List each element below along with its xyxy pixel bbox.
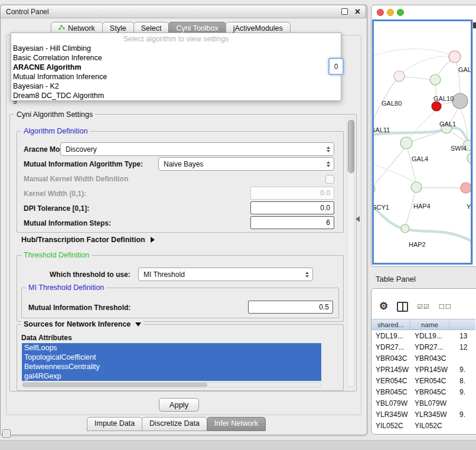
attribute-item-selected[interactable]: BetweennessCentrality bbox=[22, 362, 321, 371]
data-attributes-list: SelfLoops TopologicalCoefficient Between… bbox=[22, 343, 321, 381]
focused-spinner-field[interactable]: 0 bbox=[328, 58, 344, 75]
docked-panel-icon[interactable] bbox=[2, 429, 11, 438]
table-row[interactable]: YLR345W YLR345W 9. bbox=[371, 409, 475, 420]
node-gal80[interactable] bbox=[394, 71, 405, 81]
edge bbox=[374, 49, 452, 56]
node[interactable] bbox=[467, 153, 471, 164]
tab-discretize-data[interactable]: Discretize Data bbox=[142, 417, 207, 431]
network-graph: GAL80 GAL80 GAL10 GAL11 GAL1 SWI4 GAL4 G… bbox=[374, 21, 471, 263]
minimize-traffic-light[interactable] bbox=[387, 9, 394, 16]
scrollbar-thumb[interactable] bbox=[22, 383, 207, 387]
table-row[interactable]: YDR27... YDR27... 12 bbox=[371, 341, 475, 353]
table-row[interactable]: YPR145W YPR145W 9. bbox=[371, 364, 475, 375]
threshold-definition-title: Threshold Definition bbox=[21, 251, 92, 259]
mi-type-select[interactable]: Naive Bayes bbox=[158, 157, 334, 171]
column-header-name[interactable]: name bbox=[410, 319, 449, 330]
cell-shared-name: YDR27... bbox=[371, 343, 410, 351]
network-icon bbox=[58, 24, 65, 33]
node[interactable] bbox=[452, 93, 468, 109]
node-label: GAL10 bbox=[433, 95, 454, 102]
node-label: GAL1 bbox=[439, 120, 456, 128]
algorithm-option[interactable]: Mutual Information Inference bbox=[11, 72, 341, 81]
window-controls bbox=[377, 9, 404, 16]
node[interactable] bbox=[449, 51, 461, 63]
mi-type-label: Mutual Information Algorithm Type: bbox=[24, 159, 143, 169]
algorithm-option[interactable]: Bayesian - Hill Climbing bbox=[11, 44, 341, 53]
node[interactable] bbox=[430, 74, 441, 85]
sources-collapser[interactable]: Sources for Network Inference bbox=[21, 320, 144, 328]
tab-infer-network[interactable]: Infer Network bbox=[207, 417, 266, 431]
table-header: shared... name bbox=[371, 319, 475, 330]
dpi-tolerance-field[interactable]: 0.0 bbox=[250, 201, 334, 214]
column-header-shared-name[interactable]: shared... bbox=[371, 319, 410, 330]
edge bbox=[374, 148, 405, 190]
hub-definition-label: Hub/Transcription Factor Definition bbox=[21, 236, 145, 244]
table-row[interactable]: YBR043C YBR043C bbox=[371, 353, 475, 364]
cell-name: YLR345W bbox=[410, 410, 449, 419]
hub-definition-expander[interactable]: Hub/Transcription Factor Definition bbox=[21, 236, 155, 244]
algorithm-option[interactable]: Dream8 DC_TDC Algorithm bbox=[11, 91, 341, 100]
scrollbar-thumb[interactable] bbox=[348, 120, 354, 173]
settings-vertical-scrollbar[interactable] bbox=[347, 118, 354, 387]
close-icon[interactable]: × bbox=[355, 8, 360, 15]
table-row[interactable]: YBR045C YBR045C 9. bbox=[371, 386, 475, 397]
which-threshold-select[interactable]: MI Threshold bbox=[138, 268, 313, 281]
node-gal10[interactable] bbox=[432, 102, 441, 111]
attributes-horizontal-scrollbar[interactable] bbox=[22, 382, 321, 387]
desktop: Control Panel × Network Style Select Cyn… bbox=[0, 0, 476, 450]
unchecked-boxes-icon[interactable]: ☐☐ bbox=[439, 303, 452, 311]
cell-name: YBL079W bbox=[410, 399, 449, 407]
table-body: YDL19... YDL19... 13 YDR27... YDR27... 1… bbox=[371, 330, 475, 433]
float-window-icon[interactable] bbox=[341, 8, 348, 15]
tab-impute-data[interactable]: Impute Data bbox=[87, 417, 142, 431]
chevron-updown-icon bbox=[327, 161, 330, 167]
cell-shared-name: YBR045C bbox=[371, 388, 410, 396]
aracne-mode-select[interactable]: Discovery bbox=[60, 142, 334, 156]
which-threshold-label: Which threshold to use: bbox=[50, 270, 131, 279]
network-vertical-scrollbar[interactable] bbox=[472, 19, 476, 265]
collapse-down-icon bbox=[135, 322, 141, 327]
gear-icon[interactable]: ⚙ bbox=[379, 301, 388, 312]
column-view-icon[interactable] bbox=[397, 302, 408, 312]
mi-threshold-group-title: MI Threshold Definition bbox=[26, 283, 106, 292]
algorithm-option[interactable]: Basic Correlation Inference bbox=[11, 53, 341, 63]
attribute-item-selected[interactable]: SelfLoops bbox=[22, 343, 321, 353]
expand-right-icon bbox=[151, 237, 155, 243]
node-gal4[interactable] bbox=[400, 137, 412, 149]
table-row[interactable]: YIL052C YIL052C bbox=[371, 420, 475, 431]
node-label: HAP4 bbox=[413, 203, 431, 210]
mi-steps-field[interactable]: 6 bbox=[250, 216, 334, 229]
node-label: GAL80 bbox=[382, 100, 402, 107]
tab-label: Network bbox=[68, 24, 95, 33]
node[interactable] bbox=[461, 182, 471, 193]
table-row[interactable]: YBL079W YBL079W bbox=[371, 397, 475, 409]
column-header-clipped[interactable] bbox=[449, 319, 475, 330]
network-canvas[interactable]: GAL80 GAL80 GAL10 GAL11 GAL1 SWI4 GAL4 G… bbox=[372, 19, 472, 265]
algorithm-option[interactable]: Bayesian - K2 bbox=[11, 81, 341, 91]
attribute-item-selected[interactable]: gal4RGexp bbox=[22, 371, 321, 381]
algorithm-popup-placeholder: Select algorithm to view settings bbox=[11, 34, 341, 44]
control-panel-titlebar: Control Panel × bbox=[0, 5, 366, 18]
algorithm-option-selected[interactable]: ARACNE Algorithm bbox=[11, 63, 341, 72]
apply-button[interactable]: Apply bbox=[159, 398, 199, 412]
mi-threshold-field[interactable]: 0.5 bbox=[248, 301, 333, 314]
zoom-traffic-light[interactable] bbox=[397, 9, 404, 16]
node-label: HAP2 bbox=[409, 241, 426, 248]
manual-kernel-checkbox[interactable] bbox=[325, 175, 334, 184]
panel-resize-handle[interactable] bbox=[356, 216, 360, 222]
node-hap4[interactable] bbox=[411, 182, 422, 193]
node-label: GAL80 bbox=[458, 66, 471, 73]
checked-boxes-icon[interactable]: ☑☑ bbox=[417, 303, 430, 311]
scrollbar-mark[interactable] bbox=[473, 22, 476, 28]
edge bbox=[401, 56, 455, 73]
attribute-item-selected[interactable]: TopologicalCoefficient bbox=[22, 353, 321, 362]
close-traffic-light[interactable] bbox=[377, 9, 384, 16]
cell-name: YER054C bbox=[410, 377, 449, 385]
table-toolbar: ⚙ ☑☑ ☐☐ bbox=[379, 299, 452, 314]
table-row[interactable]: YER054C YER054C 8. bbox=[371, 375, 475, 386]
kernel-width-field[interactable]: 0.0 bbox=[250, 187, 334, 200]
node-hap2[interactable] bbox=[401, 224, 409, 233]
table-row[interactable]: YDL19... YDL19... 13 bbox=[371, 330, 475, 341]
tab-label: Discretize Data bbox=[149, 419, 200, 428]
window-title: Control Panel bbox=[6, 8, 49, 16]
